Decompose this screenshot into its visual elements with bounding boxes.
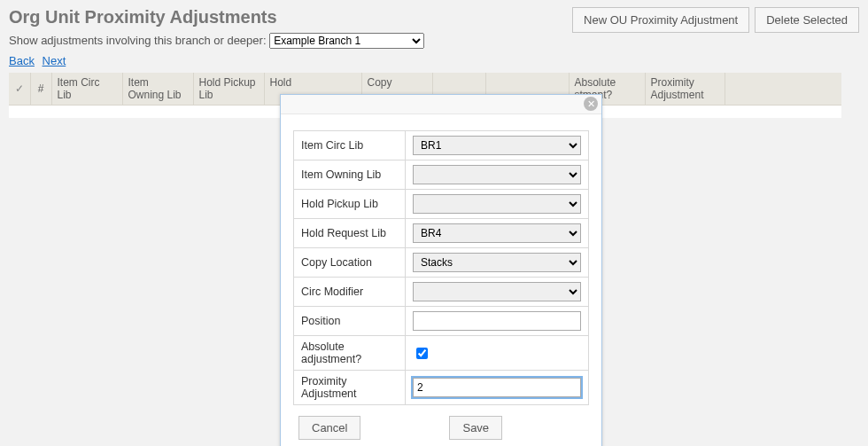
- col-spacer: [725, 73, 841, 106]
- input-item-circ-lib[interactable]: BR1: [413, 136, 581, 155]
- label-item-circ-lib: Item Circ Lib: [294, 131, 406, 160]
- page-title: Org Unit Proximity Adjustments: [9, 7, 277, 27]
- branch-select[interactable]: Example Branch 1: [269, 33, 424, 49]
- close-icon[interactable]: ✕: [584, 97, 598, 111]
- label-proximity-adjustment: Proximity Adjustment: [294, 371, 406, 405]
- col-check[interactable]: ✓: [9, 73, 30, 106]
- input-absolute-adjustment[interactable]: [416, 348, 428, 359]
- input-copy-location[interactable]: Stacks: [413, 253, 581, 272]
- next-link[interactable]: Next: [43, 54, 66, 67]
- new-ou-proximity-button[interactable]: New OU Proximity Adjustment: [572, 7, 749, 33]
- cancel-button[interactable]: Cancel: [298, 416, 360, 440]
- input-hold-pickup-lib[interactable]: [413, 194, 581, 214]
- col-item-circ-lib: Item Circ Lib: [51, 73, 122, 106]
- col-prox-adj: Proximity Adjustment: [645, 73, 725, 106]
- label-hold-request-lib: Hold Request Lib: [294, 219, 406, 248]
- dialog-header[interactable]: ✕: [281, 95, 601, 114]
- col-hold-pickup-lib: Hold Pickup Lib: [193, 73, 264, 106]
- label-copy-location: Copy Location: [294, 248, 406, 278]
- save-button[interactable]: Save: [449, 416, 502, 440]
- label-circ-modifier: Circ Modifier: [294, 278, 406, 307]
- input-proximity-adjustment[interactable]: [413, 378, 581, 397]
- col-num: #: [30, 73, 51, 106]
- filter-label: Show adjustments involving this branch o…: [9, 34, 267, 47]
- label-hold-pickup-lib: Hold Pickup Lib: [294, 190, 406, 219]
- back-link[interactable]: Back: [9, 54, 35, 67]
- input-item-owning-lib[interactable]: [413, 165, 581, 184]
- label-absolute-adjustment: Absolute adjustment?: [294, 336, 406, 371]
- label-position: Position: [294, 307, 406, 336]
- edit-dialog: ✕ Item Circ Lib BR1 Item Owning Lib Hold…: [280, 94, 602, 446]
- col-item-owning-lib: Item Owning Lib: [122, 73, 193, 106]
- input-hold-request-lib[interactable]: BR4: [413, 223, 581, 243]
- input-position[interactable]: [413, 311, 581, 331]
- delete-selected-button[interactable]: Delete Selected: [755, 7, 859, 33]
- label-item-owning-lib: Item Owning Lib: [294, 160, 406, 190]
- input-circ-modifier[interactable]: [413, 282, 581, 301]
